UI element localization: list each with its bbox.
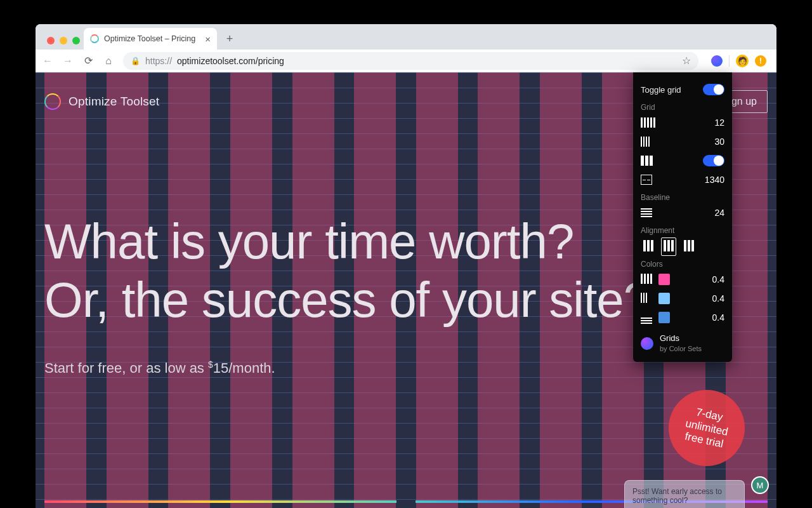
browser-warning-icon[interactable]: ! bbox=[755, 55, 766, 67]
align-left-option[interactable] bbox=[641, 237, 656, 256]
gutter-color-alpha: 0.4 bbox=[712, 293, 724, 304]
early-access-card[interactable]: Psst! Want early access to something coo… bbox=[624, 480, 745, 508]
tab-favicon-icon bbox=[90, 34, 99, 43]
omnibox[interactable]: 🔒 https://optimizetoolset.com/pricing ☆ bbox=[123, 52, 698, 70]
avatar-coin-icon[interactable]: M bbox=[751, 476, 769, 494]
nav-home-icon[interactable]: ⌂ bbox=[103, 55, 114, 67]
secure-lock-icon: 🔒 bbox=[131, 57, 140, 65]
max-width-icon bbox=[641, 175, 652, 185]
nav-forward-icon[interactable]: → bbox=[62, 55, 74, 67]
grids-panel: Toggle grid Grid 12 30 1340 Baseline 24 … bbox=[633, 72, 732, 362]
gutter-color-row[interactable]: 0.4 bbox=[641, 289, 724, 308]
profile-avatar-icon[interactable]: 🧑 bbox=[736, 55, 749, 67]
panel-footer[interactable]: Grids by Color Sets bbox=[641, 333, 724, 353]
colors-section-label: Colors bbox=[641, 260, 724, 269]
alignment-section-label: Alignment bbox=[641, 226, 724, 235]
toggle-grid-label: Toggle grid bbox=[641, 85, 681, 95]
columns-icon bbox=[641, 117, 655, 128]
gutter-color-icon bbox=[641, 293, 647, 303]
url-text: optimizetoolset.com/pricing bbox=[177, 56, 284, 66]
gutter-value: 30 bbox=[714, 137, 724, 147]
address-bar: ← → ⟳ ⌂ 🔒 https://optimizetoolset.com/pr… bbox=[36, 50, 776, 72]
separator bbox=[729, 55, 730, 67]
align-center-option[interactable] bbox=[661, 237, 676, 256]
baseline-color-row[interactable]: 0.4 bbox=[641, 308, 724, 327]
gutter-icon bbox=[641, 137, 650, 147]
brand-logo-icon bbox=[44, 93, 61, 110]
align-right-option[interactable] bbox=[681, 237, 697, 256]
baseline-color-swatch[interactable] bbox=[658, 312, 670, 323]
column-color-alpha: 0.4 bbox=[712, 274, 724, 284]
column-visibility-row[interactable] bbox=[641, 151, 724, 170]
grids-logo-icon bbox=[641, 337, 653, 350]
toggle-grid-switch[interactable] bbox=[703, 84, 724, 95]
tab-strip: Optimize Toolset – Pricing × + bbox=[36, 24, 776, 50]
column-visibility-switch[interactable] bbox=[703, 155, 724, 166]
window-close-button[interactable] bbox=[47, 37, 55, 44]
column-color-swatch[interactable] bbox=[658, 274, 670, 285]
tab-close-icon[interactable]: × bbox=[205, 34, 211, 44]
trial-badge-text: 7-day unlimited free trial bbox=[681, 404, 731, 451]
baseline-value: 24 bbox=[714, 208, 724, 218]
baseline-section-label: Baseline bbox=[641, 193, 724, 202]
column-fill-icon bbox=[641, 156, 653, 166]
headline-line-1: What is your time worth? bbox=[44, 213, 573, 269]
alignment-group bbox=[641, 237, 724, 256]
footer-title: Grids bbox=[660, 333, 702, 344]
gutter-row[interactable]: 30 bbox=[641, 132, 724, 151]
bookmark-star-icon[interactable]: ☆ bbox=[682, 55, 691, 67]
gutter-color-swatch[interactable] bbox=[658, 293, 670, 304]
window-maximize-button[interactable] bbox=[72, 37, 80, 44]
subheadline: Start for free, or as low as $15/month. bbox=[44, 359, 738, 377]
baseline-icon bbox=[641, 208, 652, 217]
footer-subtitle: by Color Sets bbox=[660, 345, 702, 352]
baseline-color-alpha: 0.4 bbox=[712, 312, 724, 323]
brand-name: Optimize Toolset bbox=[69, 95, 159, 109]
max-width-row[interactable]: 1340 bbox=[641, 170, 724, 189]
baseline-color-icon bbox=[641, 318, 652, 324]
columns-value: 12 bbox=[714, 117, 724, 128]
nav-reload-icon[interactable]: ⟳ bbox=[82, 55, 94, 67]
browser-window: Optimize Toolset – Pricing × + ← → ⟳ ⌂ 🔒… bbox=[36, 24, 776, 508]
nav-back-icon[interactable]: ← bbox=[42, 55, 53, 67]
tab-title: Optimize Toolset – Pricing bbox=[104, 34, 195, 43]
max-width-value: 1340 bbox=[705, 175, 724, 185]
window-controls bbox=[47, 37, 80, 44]
columns-row[interactable]: 12 bbox=[641, 113, 724, 132]
grids-extension-icon[interactable] bbox=[711, 55, 723, 67]
browser-tab[interactable]: Optimize Toolset – Pricing × bbox=[84, 28, 217, 50]
new-tab-button[interactable]: + bbox=[221, 30, 239, 48]
headline-line-2: Or, the success of your site? bbox=[44, 272, 650, 328]
column-color-row[interactable]: 0.4 bbox=[641, 270, 724, 289]
baseline-row[interactable]: 24 bbox=[641, 203, 724, 222]
extension-icons: 🧑 ! bbox=[707, 55, 770, 67]
window-minimize-button[interactable] bbox=[60, 37, 67, 44]
columns-color-icon bbox=[641, 274, 652, 284]
grid-section-label: Grid bbox=[641, 103, 724, 112]
url-protocol: https:// bbox=[145, 56, 172, 66]
